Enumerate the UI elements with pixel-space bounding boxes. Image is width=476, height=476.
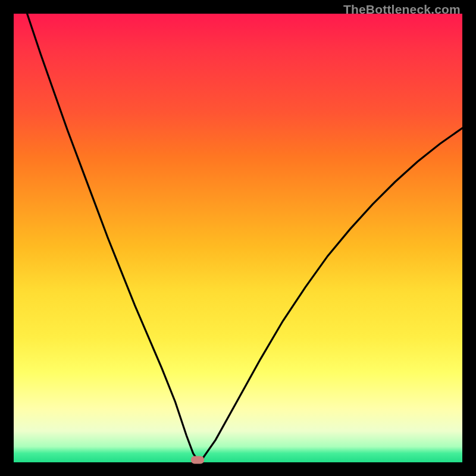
chart-frame: TheBottleneck.com <box>0 0 476 476</box>
plot-area <box>14 14 462 462</box>
curve-path <box>27 14 462 460</box>
watermark-text: TheBottleneck.com <box>343 2 461 17</box>
optimal-point-marker <box>191 456 204 464</box>
bottleneck-curve <box>14 14 462 462</box>
